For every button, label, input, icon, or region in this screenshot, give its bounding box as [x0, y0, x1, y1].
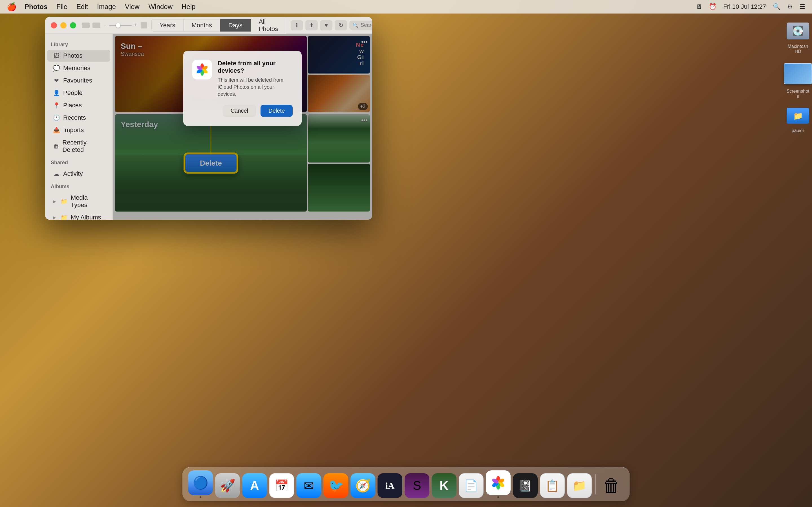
- delete-button[interactable]: Delete: [260, 105, 293, 117]
- recently-deleted-icon: 🗑: [53, 143, 59, 150]
- collapse-icon-my-albums[interactable]: ▶: [53, 215, 56, 220]
- minimize-button[interactable]: [60, 22, 66, 29]
- window-controls: [51, 22, 76, 29]
- docs2-icon: 📋: [540, 473, 565, 498]
- search-input[interactable]: [361, 22, 372, 28]
- view-toggle-icon[interactable]: [93, 22, 100, 28]
- zoom-out-icon[interactable]: −: [104, 22, 107, 28]
- menubar-search-icon[interactable]: 🔍: [773, 3, 780, 10]
- twitterific-icon: 🐦: [323, 473, 348, 498]
- zoom-in-icon[interactable]: +: [134, 22, 137, 28]
- dock-item-calendar[interactable]: 📅: [269, 473, 294, 498]
- screenshots-stack[interactable]: [784, 63, 812, 84]
- collapse-icon-media-types[interactable]: ▶: [53, 199, 56, 204]
- sidebar-item-imports[interactable]: 📥 Imports: [47, 124, 110, 136]
- docs1-icon: 📄: [459, 473, 484, 498]
- sidebar-item-favourites-label: Favourites: [63, 77, 92, 84]
- kvantum-icon: K: [432, 473, 456, 498]
- menu-image[interactable]: Image: [97, 3, 116, 11]
- dock-item-appstore[interactable]: A: [242, 473, 267, 498]
- blue-folder-icon[interactable]: 📁: [786, 108, 809, 124]
- menubar-control-icon[interactable]: ⚙: [787, 3, 793, 10]
- window-content: Library 🖼 Photos 💭 Memories ❤ Favourites…: [45, 34, 372, 220]
- sidebar-item-recently-deleted[interactable]: 🗑 Recently Deleted: [47, 136, 110, 156]
- sidebar-toggle-icon[interactable]: [82, 22, 90, 28]
- sidebar-item-recently-deleted-label: Recently Deleted: [62, 139, 105, 154]
- blue-folder-label: papier: [792, 128, 804, 133]
- sidebar-item-activity-label: Activity: [63, 170, 83, 177]
- menu-photos[interactable]: Photos: [24, 3, 47, 11]
- heart-button[interactable]: ♥: [320, 20, 333, 31]
- tab-days[interactable]: Days: [220, 19, 251, 32]
- dock: 🔵 🚀 A 📅 ✉: [183, 467, 629, 501]
- macintosh-hd-label: Macintosh HD: [786, 44, 810, 54]
- dock-item-launchpad[interactable]: 🚀: [215, 473, 240, 498]
- dock-item-files[interactable]: 📁: [567, 473, 592, 498]
- dock-item-docs2[interactable]: 📋: [540, 473, 565, 498]
- dialog-message: This item will be deleted from iCloud Ph…: [218, 76, 293, 98]
- menubar: 🍎 Photos File Edit Image View Window Hel…: [0, 0, 812, 13]
- menu-file[interactable]: File: [56, 3, 67, 11]
- sidebar-item-recents[interactable]: 🕐 Recents: [47, 112, 110, 124]
- tab-months[interactable]: Months: [183, 19, 220, 32]
- activity-icon: ☁: [53, 170, 60, 177]
- launchpad-icon: 🚀: [215, 473, 240, 498]
- dock-item-mail[interactable]: ✉: [296, 473, 321, 498]
- menu-view[interactable]: View: [125, 3, 140, 11]
- share-button[interactable]: ⬆: [305, 20, 318, 31]
- dock-item-trash[interactable]: 🗑: [599, 473, 624, 498]
- grid-icon[interactable]: [141, 22, 147, 29]
- nav-tabs: Years Months Days All Photos: [151, 17, 286, 35]
- search-bar[interactable]: 🔍: [349, 20, 372, 30]
- maximize-button[interactable]: [70, 22, 76, 29]
- menu-help[interactable]: Help: [182, 3, 195, 11]
- sidebar-item-memories-label: Memories: [63, 64, 91, 72]
- sidebar-item-people[interactable]: 👤 People: [47, 87, 110, 99]
- cancel-button[interactable]: Cancel: [223, 105, 256, 117]
- calendar-icon: 📅: [269, 473, 294, 498]
- sidebar-section-shared: Shared: [45, 156, 112, 167]
- photos-pinwheel-svg: [195, 62, 209, 76]
- macintosh-hd-icon[interactable]: 💽: [786, 22, 809, 40]
- sidebar-section-albums: Albums: [45, 180, 112, 191]
- apple-menu[interactable]: 🍎: [7, 2, 17, 11]
- menubar-menu-icon[interactable]: ☰: [800, 3, 805, 10]
- media-types-icon: 📁: [61, 198, 67, 205]
- zoom-slider[interactable]: [109, 25, 132, 26]
- tab-all-photos[interactable]: All Photos: [251, 17, 287, 35]
- dock-item-twitterific[interactable]: 🐦: [323, 473, 348, 498]
- dialog-buttons: Cancel Delete: [192, 105, 293, 117]
- dock-item-docs1[interactable]: 📄: [459, 473, 484, 498]
- info-button[interactable]: ℹ: [291, 20, 303, 31]
- menu-edit[interactable]: Edit: [77, 3, 88, 11]
- sidebar-item-activity[interactable]: ☁ Activity: [47, 168, 110, 180]
- search-icon: 🔍: [353, 22, 358, 28]
- dock-item-slack[interactable]: S: [405, 473, 429, 498]
- sidebar-item-places[interactable]: 📍 Places: [47, 100, 110, 111]
- menu-window[interactable]: Window: [149, 3, 172, 11]
- dock-item-notes[interactable]: 📓: [513, 473, 538, 498]
- sidebar-item-memories[interactable]: 💭 Memories: [47, 62, 110, 74]
- sidebar-item-photos[interactable]: 🖼 Photos: [47, 50, 110, 62]
- menubar-right: 🖥 ⏰ Fri 10 Jul 12:27 🔍 ⚙ ☰: [696, 3, 805, 10]
- desktop: 🍎 Photos File Edit Image View Window Hel…: [0, 0, 812, 507]
- sidebar-item-places-label: Places: [63, 102, 82, 109]
- screenshots-label: Screenshots: [786, 89, 810, 99]
- sidebar-item-favourites[interactable]: ❤ Favourites: [47, 75, 110, 87]
- sidebar-item-media-types[interactable]: ▶ 📁 Media Types: [47, 192, 110, 211]
- memories-icon: 💭: [53, 65, 60, 71]
- sidebar-item-photos-label: Photos: [63, 52, 83, 59]
- photos-window: − + Years Months Days All Photos ℹ ⬆ ♥ ↻: [45, 17, 372, 220]
- dock-item-iawriter[interactable]: iA: [377, 473, 402, 498]
- sidebar-item-my-albums[interactable]: ▶ 📁 My Albums: [47, 212, 110, 220]
- dock-item-photos[interactable]: [486, 470, 511, 498]
- photos-app-icon: [192, 60, 212, 79]
- sidebar-item-imports-label: Imports: [63, 126, 84, 134]
- close-button[interactable]: [51, 22, 57, 29]
- rotate-button[interactable]: ↻: [335, 20, 347, 31]
- iawriter-icon: iA: [377, 473, 402, 498]
- dock-item-safari[interactable]: 🧭: [350, 473, 375, 498]
- tab-years[interactable]: Years: [151, 19, 183, 32]
- dock-item-finder[interactable]: 🔵: [188, 470, 213, 498]
- dock-item-kvantum[interactable]: K: [432, 473, 456, 498]
